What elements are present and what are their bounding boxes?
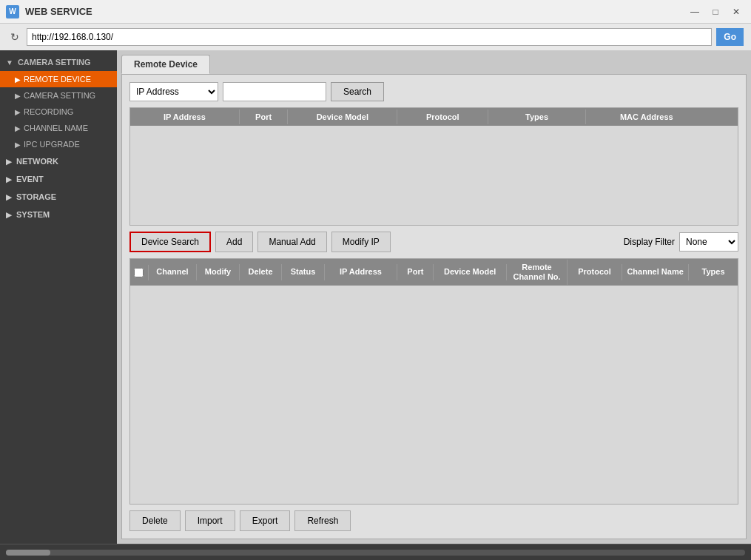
action-row: Device Search Add Manual Add Modify IP D…	[129, 232, 738, 252]
sidebar-item-label: CAMERA SETTING	[24, 91, 95, 100]
upper-th-port: Port	[240, 109, 289, 124]
content-area: Remote Device IP Address Hostname Search…	[117, 50, 751, 544]
camera-setting-arrow: ▼	[6, 58, 13, 67]
add-button[interactable]: Add	[215, 232, 253, 252]
window-controls: — □ ✕	[686, 5, 745, 18]
lower-th-device-model: Device Model	[434, 264, 507, 280]
address-bar: ↻ Go	[0, 24, 751, 50]
lower-th-delete: Delete	[240, 264, 282, 280]
maximize-button[interactable]: □	[707, 5, 724, 18]
main-layout: ▼ CAMERA SETTING ▶ REMOTE DEVICE ▶ CAMER…	[0, 50, 751, 544]
sidebar-item-camera-setting[interactable]: ▶ CAMERA SETTING	[0, 87, 117, 104]
lower-table-body	[130, 286, 738, 504]
sidebar-item-event[interactable]: ▶ EVENT	[0, 170, 117, 188]
sidebar-item-remote-device[interactable]: ▶ REMOTE DEVICE	[0, 71, 117, 87]
tab-remote-device[interactable]: Remote Device	[121, 55, 210, 74]
sidebar-item-label: RECORDING	[24, 107, 73, 116]
search-row: IP Address Hostname Search	[129, 82, 738, 101]
display-filter-label: Display Filter	[624, 237, 675, 247]
app-icon: W	[6, 5, 19, 18]
camera-setting-header[interactable]: ▼ CAMERA SETTING	[0, 53, 117, 71]
sidebar-item-label: IPC UPGRADE	[24, 140, 80, 149]
horizontal-scrollbar[interactable]	[6, 550, 745, 556]
display-filter-group: Display Filter None All Online Offline	[624, 232, 738, 252]
status-bar	[0, 544, 751, 560]
upper-th-ip-address: IP Address	[130, 109, 240, 124]
search-value-input[interactable]	[223, 82, 326, 101]
address-input[interactable]	[27, 28, 712, 46]
delete-button[interactable]: Delete	[129, 510, 181, 531]
sidebar-item-channel-name[interactable]: ▶ CHANNEL NAME	[0, 120, 117, 136]
tab-bar: Remote Device	[121, 55, 747, 74]
sidebar-item-label: CHANNEL NAME	[24, 124, 88, 132]
import-button[interactable]: Import	[185, 510, 235, 531]
go-button[interactable]: Go	[716, 28, 744, 46]
lower-th-channel-name: Channel Name	[622, 264, 689, 280]
modify-ip-button[interactable]: Modify IP	[331, 232, 391, 252]
minimize-button[interactable]: —	[686, 5, 704, 18]
device-search-button[interactable]: Device Search	[129, 232, 211, 252]
select-all-checkbox[interactable]	[134, 268, 144, 277]
upper-th-types: Types	[488, 109, 585, 124]
upper-th-device-model: Device Model	[288, 109, 397, 124]
ipc-upgrade-arrow: ▶	[15, 141, 21, 149]
lower-th-types: Types	[689, 264, 738, 280]
sidebar-item-ipc-upgrade[interactable]: ▶ IPC UPGRADE	[0, 136, 117, 152]
upper-table-container: IP Address Port Device Model Protocol Ty…	[129, 107, 738, 226]
lower-th-ip-address: IP Address	[325, 264, 398, 280]
upper-table-header: IP Address Port Device Model Protocol Ty…	[130, 108, 738, 126]
lower-table-container: Channel Modify Delete Status IP Address …	[129, 258, 738, 505]
search-button[interactable]: Search	[331, 82, 384, 101]
system-arrow: ▶	[6, 211, 12, 219]
display-filter-select[interactable]: None All Online Offline	[679, 232, 738, 252]
upper-table-body	[130, 126, 738, 225]
sidebar-item-label: NETWORK	[16, 157, 58, 166]
sidebar-item-label: SYSTEM	[16, 210, 50, 219]
lower-table-header: Channel Modify Delete Status IP Address …	[130, 259, 738, 286]
network-arrow: ▶	[6, 158, 12, 166]
export-button[interactable]: Export	[240, 510, 291, 531]
lower-th-protocol: Protocol	[568, 264, 622, 280]
sidebar-item-label: EVENT	[16, 175, 44, 183]
sidebar-item-label: REMOTE DEVICE	[24, 75, 91, 84]
sidebar: ▼ CAMERA SETTING ▶ REMOTE DEVICE ▶ CAMER…	[0, 50, 117, 544]
close-button[interactable]: ✕	[727, 5, 745, 18]
lower-th-check	[130, 265, 149, 280]
lower-th-status: Status	[282, 264, 324, 280]
title-bar: W WEB SERVICE — □ ✕	[0, 0, 751, 24]
storage-arrow: ▶	[6, 193, 12, 201]
camera-setting-sub-arrow: ▶	[15, 92, 21, 100]
bottom-buttons-row: Delete Import Export Refresh	[129, 510, 738, 531]
sidebar-item-recording[interactable]: ▶ RECORDING	[0, 104, 117, 120]
event-arrow: ▶	[6, 175, 12, 183]
lower-th-modify: Modify	[197, 264, 239, 280]
scrollbar-thumb[interactable]	[6, 550, 50, 556]
sidebar-item-system[interactable]: ▶ SYSTEM	[0, 206, 117, 223]
sidebar-item-network[interactable]: ▶ NETWORK	[0, 152, 117, 170]
manual-add-button[interactable]: Manual Add	[257, 232, 326, 252]
channel-name-arrow: ▶	[15, 124, 21, 132]
camera-setting-label: CAMERA SETTING	[18, 58, 91, 67]
lower-th-port: Port	[397, 264, 434, 280]
lower-th-remote-channel-no: RemoteChannel No.	[507, 260, 568, 285]
lower-th-channel: Channel	[149, 264, 198, 280]
sidebar-item-label: STORAGE	[16, 192, 56, 201]
search-type-select[interactable]: IP Address Hostname	[129, 82, 218, 101]
sidebar-item-storage[interactable]: ▶ STORAGE	[0, 188, 117, 206]
upper-th-protocol: Protocol	[397, 109, 488, 124]
main-panel: IP Address Hostname Search IP Address Po…	[121, 74, 747, 539]
page-refresh-icon[interactable]: ↻	[7, 30, 22, 44]
recording-arrow: ▶	[15, 108, 21, 116]
refresh-button[interactable]: Refresh	[294, 510, 351, 531]
app-title: WEB SERVICE	[25, 6, 686, 17]
remote-device-arrow: ▶	[15, 75, 21, 84]
upper-th-mac-address: MAC Address	[586, 109, 707, 124]
